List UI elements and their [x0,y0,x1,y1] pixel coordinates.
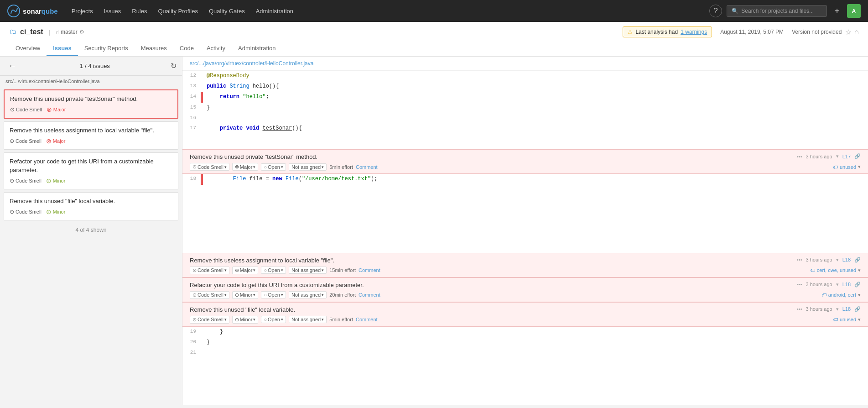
assign-dropdown-1[interactable]: Not assigned ▾ [289,163,327,171]
tag-values-3: android, cert [828,292,856,298]
severity-dropdown-1[interactable]: ⊗ Major ▾ [232,163,259,171]
line-code-13: public String hello(){ [203,81,868,92]
comment-link-1[interactable]: Comment [356,164,378,170]
line-num-15: 15 [182,103,201,113]
chevron-time-2[interactable]: ▾ [836,257,839,263]
comment-link-4[interactable]: Comment [356,317,378,322]
search-input[interactable] [741,8,822,14]
issue-more-btn-1[interactable]: ••• [797,154,802,159]
issue-list-file-path: src/.../virtuex/controler/HelloControlle… [0,76,182,87]
status-dropdown-2[interactable]: ○ Open ▾ [261,267,286,274]
issue-card-3[interactable]: Refactor your code to get this URI from … [4,152,178,189]
tab-code[interactable]: Code [173,41,200,56]
issue-meta-2: ⊙ Code Smell ⊗ Major [10,137,172,145]
link-icon-4[interactable]: 🔗 [854,306,861,312]
issue-more-btn-2[interactable]: ••• [797,257,802,262]
tag-values-2: cert, cwe, unused [817,267,856,273]
line-num-17: 17 [182,123,201,134]
global-search[interactable]: 🔍 [727,5,827,17]
star-icon[interactable]: ☆ [845,28,852,37]
severity-dropdown-2[interactable]: ⊗ Major ▾ [232,267,259,274]
main-content: ← 1 / 4 issues ↻ src/.../virtuex/control… [0,57,868,405]
link-icon-2[interactable]: 🔗 [854,257,861,263]
issue-meta-4: ⊙ Code Smell ⊙ Minor [10,208,172,215]
nav-quality-gates[interactable]: Quality Gates [204,6,249,16]
chevron-tags-3[interactable]: ▾ [858,292,861,298]
issue-more-btn-3[interactable]: ••• [797,282,802,287]
type-dropdown-2[interactable]: ⊙ Code Smell ▾ [190,267,229,274]
tab-overview[interactable]: Overview [9,41,47,56]
sonarqube-logo-icon [7,5,20,17]
add-button[interactable]: + [832,5,842,17]
status-dropdown-3[interactable]: ○ Open ▾ [261,291,286,298]
branch-settings-icon[interactable]: ⚙ [79,29,84,35]
type-dropdown-3[interactable]: ⊙ Code Smell ▾ [190,291,229,299]
nav-projects[interactable]: Projects [67,6,98,16]
status-dropdown-1[interactable]: ○ Open ▾ [261,163,286,171]
assign-dropdown-4[interactable]: Not assigned ▾ [289,316,327,323]
link-icon-3[interactable]: 🔗 [854,282,861,288]
left-panel: ← 1 / 4 issues ↻ src/.../virtuex/control… [0,57,182,405]
severity-dropdown-4[interactable]: ⊙ Minor ▾ [232,316,259,324]
refresh-button[interactable]: ↻ [171,62,177,70]
severity-dropdown-3[interactable]: ⊙ Minor ▾ [232,291,259,299]
line-code-19: } [203,327,868,337]
issues-toolbar: ← 1 / 4 issues ↻ [0,57,182,76]
svg-point-0 [8,5,20,17]
assign-dropdown-2[interactable]: Not assigned ▾ [289,267,327,274]
status-dropdown-4[interactable]: ○ Open ▾ [261,316,286,323]
status-icon-4: ○ [264,317,267,322]
nav-administration[interactable]: Administration [251,6,298,16]
back-button[interactable]: ← [5,60,19,72]
comment-link-3[interactable]: Comment [359,292,380,298]
chevron-time-4[interactable]: ▾ [836,306,839,312]
severity-icon-1: ⊗ [47,106,52,113]
branch-icon: ⑁ [56,29,59,35]
issue-time-3: 3 hours ago [806,282,832,287]
warning-link[interactable]: 1 warnings [681,29,707,35]
nav-issues[interactable]: Issues [99,6,126,16]
app-logo[interactable]: sonarqube [7,5,58,17]
link-icon-1[interactable]: 🔗 [854,153,861,159]
issue-meta-3: ⊙ Code Smell ⊙ Minor [10,177,172,184]
separator: | [49,29,50,36]
chevron-time-1[interactable]: ▾ [836,153,839,159]
effort-1: 5min effort [329,164,353,170]
comment-link-2[interactable]: Comment [359,267,380,273]
code-line-19: 19 } [182,327,868,337]
home-icon[interactable]: ⌂ [854,28,859,37]
assign-dropdown-3[interactable]: Not assigned ▾ [289,291,327,298]
chevron-tags-2[interactable]: ▾ [858,267,861,273]
status-icon-1: ○ [264,164,267,170]
nav-quality-profiles[interactable]: Quality Profiles [154,6,203,16]
chevron-tags-4[interactable]: ▾ [858,317,861,323]
issue-severity-3: ⊙ Minor [46,177,66,184]
tab-activity[interactable]: Activity [200,41,232,56]
warning-icon: ⚠ [628,29,633,35]
tab-measures[interactable]: Measures [135,41,173,56]
code-line-18: 18 File file = new File("/user/home/test… [182,174,868,184]
line-code-20: } [203,337,868,348]
chevron-tags-1[interactable]: ▾ [858,164,861,170]
issue-card-4[interactable]: Remove this unused "file" local variable… [4,192,178,220]
project-name[interactable]: ci_test [20,28,43,36]
nav-rules[interactable]: Rules [127,6,151,16]
issue-card-1[interactable]: Remove this unused private "testSonar" m… [4,89,178,119]
issue-more-btn-4[interactable]: ••• [797,306,802,312]
issue-type-2: ⊙ Code Smell [10,138,42,144]
issue-card-2[interactable]: Remove this useless assignment to local … [4,121,178,150]
issue-severity-4: ⊙ Minor [46,208,66,215]
tab-administration[interactable]: Administration [232,41,282,56]
issue-inline-1: Remove this unused private "testSonar" m… [182,149,868,174]
issue-actions-3: ⊙ Code Smell ▾ ⊙ Minor ▾ ○ Open ▾ Not as… [190,291,861,299]
tab-security-reports[interactable]: Security Reports [78,41,135,56]
code-line-15: 15 } [182,103,868,113]
help-button[interactable]: ? [709,5,722,17]
user-avatar[interactable]: A [847,4,861,18]
issue-inline-meta-2: ••• 3 hours ago ▾ L18 🔗 [797,257,861,263]
branch-name: master [61,29,78,35]
tab-issues[interactable]: Issues [47,41,78,56]
type-dropdown-1[interactable]: ⊙ Code Smell ▾ [190,163,229,171]
chevron-time-3[interactable]: ▾ [836,282,839,288]
type-dropdown-4[interactable]: ⊙ Code Smell ▾ [190,316,229,324]
